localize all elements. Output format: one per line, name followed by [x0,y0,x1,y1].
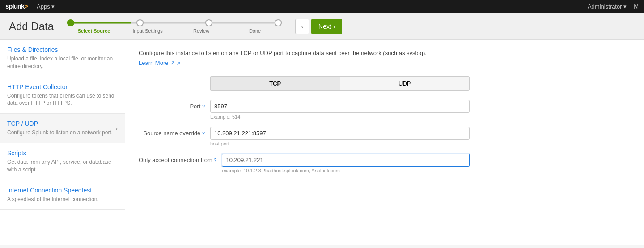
page-title: Add Data [9,20,54,33]
step-label-3: Review [174,28,228,34]
sidebar-item-tcp[interactable]: TCP / UDP Configure Splunk to listen on … [0,114,125,143]
sidebar-item-files-title: Files & Directories [7,46,118,53]
source-name-input[interactable] [210,127,470,140]
admin-menu[interactable]: Administrator ▾ [588,3,627,10]
stepper-dot-1 [67,19,74,26]
topnav: splunk> Apps ▾ Administrator ▾ M [0,0,644,13]
content-description: Configure this instance to listen on any… [139,49,505,58]
sidebar-item-scripts[interactable]: Scripts Get data from any API, service, … [0,143,125,180]
sidebar-item-tcp-title: TCP / UDP [7,120,113,127]
sidebar-item-speedtest[interactable]: Internet Connection Speedtest A speedtes… [0,180,125,210]
sidebar-item-http[interactable]: HTTP Event Collector Configure tokens th… [0,77,125,114]
accept-connection-field: example: 10.1.2.3, !badhost.splunk.com, … [222,154,470,173]
port-hint: Example: 514 [210,114,470,120]
port-row: Port ? Example: 514 [139,100,470,120]
stepper-track-filled [67,22,131,24]
sidebar-item-http-title: HTTP Event Collector [7,83,118,90]
source-name-field: host:port [210,127,470,146]
sidebar: Files & Directories Upload a file, index… [0,40,125,245]
main-layout: Files & Directories Upload a file, index… [0,40,644,245]
udp-button[interactable]: UDP [340,76,470,91]
port-field: Example: 514 [210,100,470,120]
more-menu[interactable]: M [634,3,639,10]
sidebar-item-files[interactable]: Files & Directories Upload a file, index… [0,40,125,77]
step-label-1: Select Source [67,28,121,34]
port-input[interactable] [210,100,470,113]
content-area: Configure this instance to listen on any… [125,40,644,245]
sidebar-item-files-desc: Upload a file, index a local file, or mo… [7,55,118,70]
sidebar-item-speedtest-title: Internet Connection Speedtest [7,187,118,194]
accept-connection-help-icon[interactable]: ? [214,158,216,163]
stepper-dot-2 [136,19,144,26]
accept-connection-label: Only accept connection from ? [139,154,222,163]
stepper-dot-4 [275,19,282,26]
source-name-help-icon[interactable]: ? [202,131,205,136]
sidebar-item-tcp-desc: Configure Splunk to listen on a network … [7,129,113,137]
tcp-button[interactable]: TCP [210,76,340,91]
protocol-toggle: TCP UDP [210,76,470,91]
step-label-2: Input Settings [121,28,174,34]
next-button[interactable]: Next › [311,19,342,34]
header: Add Data Select Source Input Settings Re… [0,13,644,40]
accept-connection-hint: example: 10.1.2.3, !badhost.splunk.com, … [222,168,470,173]
prev-button[interactable]: ‹ [295,19,309,34]
port-help-icon[interactable]: ? [202,104,205,109]
source-name-row: Source name override ? host:port [139,127,470,146]
accept-connection-row: Only accept connection from ? example: 1… [139,154,470,173]
learn-more-link[interactable]: Learn More ↗ [139,60,180,66]
sidebar-item-http-desc: Configure tokens that clients can use to… [7,92,118,107]
source-name-label: Source name override ? [139,127,210,137]
splunk-logo: splunk> [5,2,28,10]
apps-menu[interactable]: Apps ▾ [37,3,55,10]
step-label-4: Done [228,28,282,34]
accept-connection-input[interactable] [222,154,470,167]
stepper: Select Source Input Settings Review Done [67,19,282,34]
source-name-hint: host:port [210,141,470,146]
port-label: Port ? [139,100,210,110]
sidebar-item-tcp-header: TCP / UDP Configure Splunk to listen on … [7,120,118,137]
sidebar-item-speedtest-desc: A speedtest of the Internet connection. [7,196,118,203]
sidebar-item-scripts-title: Scripts [7,150,118,157]
chevron-icon: › [115,125,118,132]
stepper-labels: Select Source Input Settings Review Done [67,28,282,34]
nav-buttons: ‹ Next › [295,19,342,34]
sidebar-item-scripts-desc: Get data from any API, service, or datab… [7,158,118,174]
stepper-dot-3 [205,19,212,26]
